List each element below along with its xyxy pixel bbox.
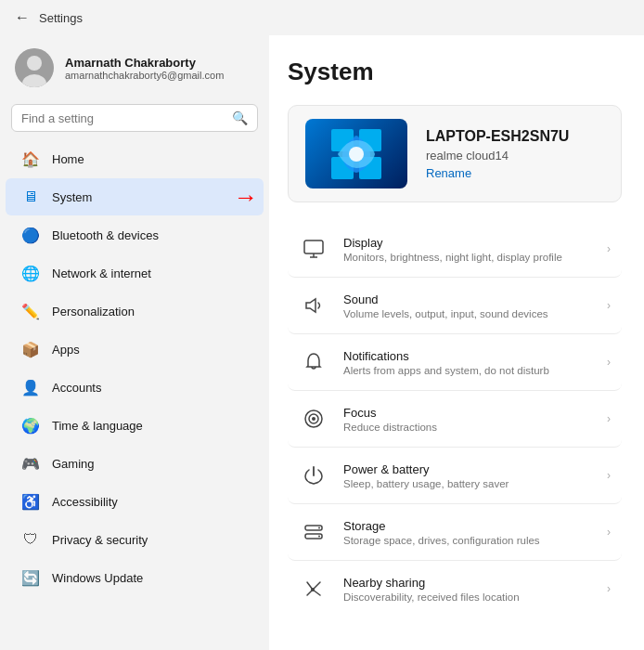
settings-item-nearby[interactable]: Nearby sharingDiscoverability, received …: [288, 561, 622, 617]
sidebar-item-home[interactable]: 🏠Home: [6, 140, 264, 177]
user-email: amarnathchakraborty6@gmail.com: [65, 70, 224, 81]
notifications-text: NotificationsAlerts from apps and system…: [343, 349, 549, 376]
storage-title: Storage: [343, 519, 540, 533]
settings-item-display[interactable]: DisplayMonitors, brightness, night light…: [288, 221, 622, 278]
privacy-icon: 🛡: [20, 529, 41, 550]
sidebar-item-label-time: Time & language: [52, 419, 143, 433]
settings-item-focus[interactable]: FocusReduce distractions›: [288, 391, 622, 448]
sidebar-item-label-accessibility: Accessibility: [52, 495, 118, 509]
device-thumbnail: [305, 119, 407, 188]
device-card: LAPTOP-ESH2SN7U realme cloud14 Rename: [288, 105, 622, 202]
search-icon: 🔍: [232, 110, 248, 125]
sidebar-item-gaming[interactable]: 🎮Gaming: [6, 445, 264, 482]
chevron-right-icon: ›: [607, 582, 611, 595]
sidebar-item-system[interactable]: 🖥System→: [6, 178, 264, 215]
sidebar-item-apps[interactable]: 📦Apps: [6, 331, 264, 368]
svg-point-1: [27, 56, 42, 71]
bluetooth-icon: 🔵: [20, 225, 41, 245]
settings-list: DisplayMonitors, brightness, night light…: [288, 221, 622, 617]
avatar: [15, 48, 54, 87]
sidebar-item-bluetooth[interactable]: 🔵Bluetooth & devices: [6, 216, 264, 254]
sidebar-item-label-accounts: Accounts: [52, 381, 101, 395]
power-desc: Sleep, battery usage, battery saver: [343, 478, 509, 489]
nav-list: 🏠Home🖥System→🔵Bluetooth & devices🌐Networ…: [0, 139, 269, 597]
sidebar-item-personalization[interactable]: ✏️Personalization: [6, 292, 264, 330]
sidebar-item-time[interactable]: 🌍Time & language: [6, 407, 264, 444]
sidebar-item-label-bluetooth: Bluetooth & devices: [52, 228, 159, 242]
accessibility-icon: ♿: [20, 491, 41, 512]
display-text: DisplayMonitors, brightness, night light…: [343, 236, 562, 263]
sidebar-item-update[interactable]: 🔄Windows Update: [6, 559, 264, 596]
storage-icon: [299, 517, 328, 547]
title-bar-text: Settings: [39, 11, 83, 25]
nearby-icon: [299, 574, 328, 604]
back-button[interactable]: ←: [15, 9, 30, 26]
storage-text: StorageStorage space, drives, configurat…: [343, 519, 540, 546]
display-icon: [299, 234, 328, 264]
nearby-desc: Discoverability, received files location: [343, 592, 520, 603]
svg-marker-13: [306, 299, 316, 312]
notifications-title: Notifications: [343, 349, 549, 363]
sound-desc: Volume levels, output, input, sound devi…: [343, 308, 548, 319]
user-name: Amarnath Chakraborty: [65, 56, 224, 70]
settings-item-storage[interactable]: StorageStorage space, drives, configurat…: [288, 504, 622, 561]
sidebar-item-label-update: Windows Update: [52, 571, 143, 585]
search-box: 🔍: [11, 104, 258, 132]
sidebar: Amarnath Chakraborty amarnathchakraborty…: [0, 35, 269, 650]
gaming-icon: 🎮: [20, 453, 41, 474]
svg-point-16: [312, 417, 316, 421]
settings-item-notifications[interactable]: NotificationsAlerts from apps and system…: [288, 334, 622, 391]
nearby-title: Nearby sharing: [343, 576, 520, 590]
svg-point-9: [349, 147, 364, 162]
home-icon: 🏠: [20, 149, 41, 169]
title-bar: ← Settings: [0, 0, 644, 35]
chevron-right-icon: ›: [607, 469, 611, 482]
focus-title: Focus: [343, 406, 437, 420]
time-icon: 🌍: [20, 415, 41, 436]
page-title: System: [288, 58, 622, 86]
settings-item-power[interactable]: Power & batterySleep, battery usage, bat…: [288, 448, 622, 504]
chevron-right-icon: ›: [607, 242, 611, 255]
sidebar-item-label-gaming: Gaming: [52, 457, 95, 471]
rename-link[interactable]: Rename: [426, 166, 569, 180]
update-icon: 🔄: [20, 567, 41, 588]
sound-text: SoundVolume levels, output, input, sound…: [343, 292, 548, 319]
chevron-right-icon: ›: [607, 412, 611, 425]
svg-point-21: [311, 588, 315, 592]
display-desc: Monitors, brightness, night light, displ…: [343, 252, 562, 263]
system-icon: 🖥: [20, 187, 41, 207]
power-icon: [299, 461, 328, 490]
personalization-icon: ✏️: [20, 301, 41, 321]
focus-icon: [299, 404, 328, 434]
power-title: Power & battery: [343, 462, 509, 476]
sidebar-item-label-system: System: [52, 190, 92, 204]
sound-title: Sound: [343, 292, 548, 306]
notifications-desc: Alerts from apps and system, do not dist…: [343, 365, 549, 376]
device-model: realme cloud14: [426, 149, 569, 162]
sidebar-item-accounts[interactable]: 👤Accounts: [6, 369, 264, 406]
focus-text: FocusReduce distractions: [343, 406, 437, 433]
svg-rect-10: [304, 240, 323, 254]
svg-point-19: [318, 527, 320, 529]
accounts-icon: 👤: [20, 377, 41, 397]
search-input[interactable]: [21, 111, 225, 125]
sidebar-item-label-apps: Apps: [52, 343, 80, 357]
display-title: Display: [343, 236, 562, 250]
sound-icon: [299, 291, 328, 320]
sidebar-item-label-network: Network & internet: [52, 266, 151, 280]
sidebar-item-network[interactable]: 🌐Network & internet: [6, 254, 264, 292]
user-profile[interactable]: Amarnath Chakraborty amarnathchakraborty…: [0, 35, 269, 100]
sidebar-item-accessibility[interactable]: ♿Accessibility: [6, 483, 264, 520]
red-arrow-annotation: →: [234, 183, 258, 212]
storage-desc: Storage space, drives, configuration rul…: [343, 535, 540, 546]
network-icon: 🌐: [20, 263, 41, 283]
sidebar-item-privacy[interactable]: 🛡Privacy & security: [6, 521, 264, 558]
notifications-icon: [299, 347, 328, 377]
sidebar-item-label-privacy: Privacy & security: [52, 533, 148, 547]
settings-item-sound[interactable]: SoundVolume levels, output, input, sound…: [288, 278, 622, 334]
sidebar-item-label-personalization: Personalization: [52, 305, 135, 318]
focus-desc: Reduce distractions: [343, 422, 437, 433]
svg-point-20: [318, 536, 320, 538]
device-name: LAPTOP-ESH2SN7U: [426, 128, 569, 145]
chevron-right-icon: ›: [607, 299, 611, 312]
